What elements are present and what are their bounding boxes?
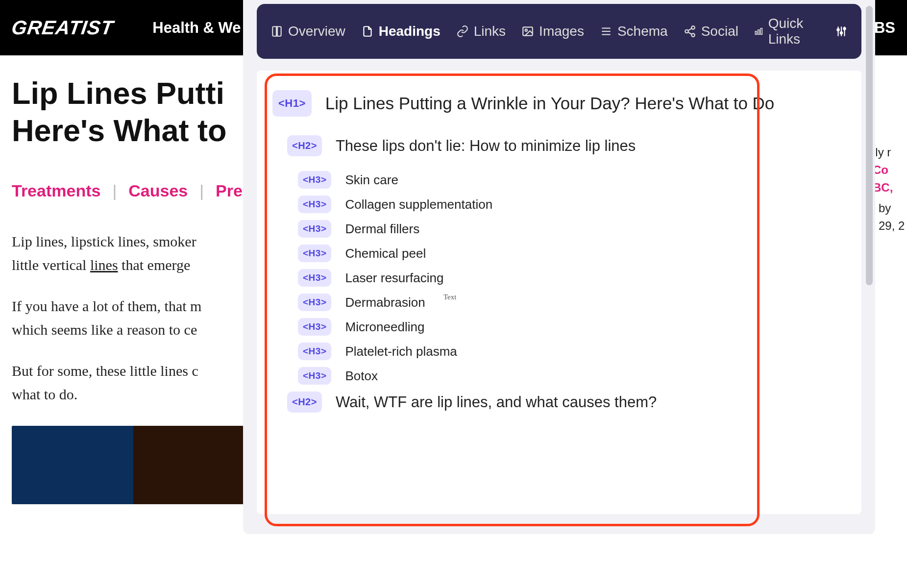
svg-point-18 [843, 27, 845, 29]
seo-extension-panel: Overview Headings Links Images Schema So… [243, 0, 875, 534]
tab-separator: | [199, 181, 204, 200]
heading-tag-badge: <H3> [298, 245, 331, 262]
tab-causes[interactable]: Causes [128, 181, 188, 200]
nav-health[interactable]: Health & We [152, 19, 241, 37]
svg-rect-11 [758, 30, 760, 34]
svg-point-7 [691, 33, 695, 37]
panel-scrollbar[interactable] [866, 6, 873, 285]
heading-tag-badge: <H3> [298, 367, 331, 385]
svg-rect-12 [760, 28, 762, 35]
image-icon [521, 25, 534, 38]
link-icon [456, 25, 469, 38]
svg-point-14 [837, 29, 839, 31]
heading-text: Lip Lines Putting a Wrinkle in Your Day?… [325, 94, 775, 113]
list-icon [600, 25, 613, 38]
book-icon [270, 25, 283, 38]
heading-row-h3[interactable]: <H3>Collagen supplementation [298, 196, 848, 213]
heading-tag-badge: <H2> [287, 392, 322, 413]
chart-icon [754, 25, 763, 38]
heading-tag-badge: <H3> [298, 294, 331, 311]
svg-point-16 [840, 32, 842, 34]
heading-text: Botox [345, 368, 378, 384]
heading-row-h3[interactable]: <H3>Botox [298, 367, 848, 385]
tab-overview[interactable]: Overview [270, 24, 345, 39]
heading-row-h3[interactable]: <H3>Laser resurfacing [298, 269, 848, 287]
svg-point-6 [685, 30, 688, 33]
heading-tag-badge: <H3> [298, 269, 331, 287]
settings-button[interactable] [835, 25, 848, 38]
heading-tag-badge: <H3> [298, 318, 331, 336]
heading-text: Platelet-rich plasma [345, 344, 457, 359]
tab-images[interactable]: Images [521, 24, 584, 39]
headings-inspector: <H1>Lip Lines Putting a Wrinkle in Your … [257, 71, 861, 514]
heading-tag-badge: <H3> [298, 343, 331, 360]
heading-text: These lips don't lie: How to minimize li… [336, 137, 636, 155]
heading-tag-badge: <H3> [298, 220, 331, 238]
tab-quicklinks[interactable]: Quick Links [754, 16, 819, 47]
site-logo[interactable]: GREATIST [10, 17, 115, 39]
heading-tag-badge: <H2> [287, 135, 322, 156]
tab-prevention[interactable]: Pre [216, 181, 243, 200]
svg-line-9 [688, 32, 692, 34]
heading-text: Microneedling [345, 319, 424, 335]
tab-separator: | [112, 181, 117, 200]
nav-right-fragment[interactable]: BS [874, 19, 895, 37]
heading-text: Laser resurfacing [345, 270, 443, 286]
svg-rect-10 [755, 31, 757, 34]
file-icon [361, 25, 374, 38]
heading-tag-badge: <H3> [298, 171, 331, 189]
floating-text-annotation: Text [443, 293, 456, 301]
heading-tag-badge: <H1> [272, 90, 312, 117]
heading-row-h2[interactable]: <H2>Wait, WTF are lip lines, and what ca… [287, 392, 848, 413]
primary-nav: Health & We [152, 19, 241, 37]
heading-row-h3[interactable]: <H3>Platelet-rich plasma [298, 343, 848, 360]
extension-toolbar: Overview Headings Links Images Schema So… [257, 4, 861, 59]
heading-row-h2[interactable]: <H2>These lips don't lie: How to minimiz… [287, 135, 848, 156]
heading-row-h3[interactable]: <H3>Dermabrasion [298, 294, 848, 311]
share-icon [684, 25, 696, 38]
tab-headings[interactable]: Headings [361, 24, 441, 39]
heading-text: Collagen supplementation [345, 197, 492, 212]
svg-point-1 [525, 29, 527, 31]
heading-row-h3[interactable]: <H3>Chemical peel [298, 245, 848, 262]
heading-text: Dermal fillers [345, 221, 419, 237]
inline-link-lines[interactable]: lines [90, 257, 118, 273]
heading-text: Dermabrasion [345, 295, 425, 310]
heading-row-h3[interactable]: <H3>Dermal fillers [298, 220, 848, 238]
byline-fragment: lly r Co BC, by 29, 2 [873, 144, 907, 235]
heading-text: Skin care [345, 172, 398, 188]
sliders-icon [835, 25, 848, 38]
heading-text: Wait, WTF are lip lines, and what causes… [336, 393, 657, 411]
svg-line-8 [688, 28, 692, 30]
heading-row-h1[interactable]: <H1>Lip Lines Putting a Wrinkle in Your … [272, 90, 848, 117]
tab-links[interactable]: Links [456, 24, 506, 39]
tab-schema[interactable]: Schema [600, 24, 668, 39]
tab-social[interactable]: Social [684, 24, 738, 39]
heading-text: Chemical peel [345, 246, 426, 261]
heading-list: <H1>Lip Lines Putting a Wrinkle in Your … [267, 84, 852, 433]
svg-point-5 [691, 26, 695, 29]
heading-row-h3[interactable]: <H3>Microneedling [298, 318, 848, 336]
heading-row-h3[interactable]: <H3>Skin care [298, 171, 848, 189]
tab-treatments[interactable]: Treatments [12, 181, 100, 200]
heading-tag-badge: <H3> [298, 196, 331, 213]
